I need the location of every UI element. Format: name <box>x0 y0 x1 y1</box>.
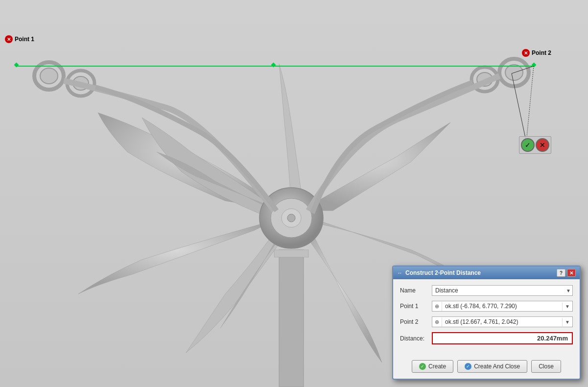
create-button[interactable]: ✓ Create <box>412 360 453 373</box>
svg-rect-4 <box>279 250 304 387</box>
viewport-confirm-button[interactable]: ✓ <box>521 138 535 152</box>
construct-2point-dialog: ↔ Construct 2-Point Distance ? ✕ Name Di… <box>392 266 581 380</box>
svg-point-13 <box>477 73 493 86</box>
svg-rect-5 <box>274 250 308 257</box>
point2-row: Point 2 ⊕ ok.stl (12.667, 4.761, 2.042) … <box>400 316 573 327</box>
create-and-close-button[interactable]: ✓ Create And Close <box>457 360 527 373</box>
svg-rect-15 <box>14 63 19 68</box>
name-select[interactable]: Distance <box>432 285 573 296</box>
point2-row-label: Point 2 <box>400 318 432 325</box>
create-and-close-label: Create And Close <box>474 363 520 370</box>
point2-select-icon: ⊕ <box>432 317 442 327</box>
point1-select-value: ok.stl (-6.784, 6.770, 7.290) <box>442 301 562 311</box>
point1-row-label: Point 1 <box>400 303 432 310</box>
svg-line-18 <box>512 66 534 73</box>
svg-line-20 <box>526 66 534 142</box>
close-button-label: Close <box>539 363 554 370</box>
point1-select-arrow[interactable]: ▼ <box>562 302 572 311</box>
svg-point-6 <box>34 62 64 90</box>
dialog-close-title-button[interactable]: ✕ <box>567 269 576 277</box>
svg-point-12 <box>471 67 498 92</box>
svg-point-8 <box>67 71 94 96</box>
viewport-cancel-button[interactable]: ✕ <box>536 138 549 152</box>
point2-label: ✕ Point 2 <box>522 49 551 57</box>
point1-row: Point 1 ⊕ ok.stl (-6.784, 6.770, 7.290) … <box>400 301 573 312</box>
point2-select-arrow[interactable]: ▼ <box>562 318 572 326</box>
svg-point-10 <box>499 59 529 86</box>
dialog-body: Name Distance ▼ Point 1 ⊕ ok.stl (-6.784… <box>393 279 580 357</box>
point1-select-icon: ⊕ <box>432 302 442 311</box>
svg-point-11 <box>505 65 523 80</box>
svg-line-19 <box>512 73 526 142</box>
svg-point-9 <box>73 76 89 90</box>
svg-point-1 <box>271 198 312 238</box>
point2-select-value: ok.stl (12.667, 4.761, 2.042) <box>442 317 562 327</box>
dialog-buttons: ✓ Create ✓ Create And Close Close <box>393 357 580 379</box>
dialog-title-arrow: ↔ <box>397 270 402 276</box>
name-row: Name Distance ▼ <box>400 285 573 296</box>
name-label: Name <box>400 287 432 294</box>
svg-point-7 <box>40 68 58 84</box>
distance-row: Distance: 20.247mm <box>400 332 573 344</box>
viewport-toolbar: ✓ ✕ <box>519 136 551 154</box>
create-and-close-icon: ✓ <box>465 363 471 370</box>
point1-select-wrap[interactable]: ⊕ ok.stl (-6.784, 6.770, 7.290) ▼ <box>432 301 573 312</box>
point2-icon: ✕ <box>522 49 530 57</box>
point1-label: ✕ Point 1 <box>5 35 34 43</box>
svg-rect-16 <box>271 63 276 68</box>
dialog-title-text: Construct 2-Point Distance <box>405 269 481 276</box>
point2-select-wrap[interactable]: ⊕ ok.stl (12.667, 4.761, 2.042) ▼ <box>432 316 573 327</box>
point1-icon: ✕ <box>5 35 13 43</box>
close-button[interactable]: Close <box>531 360 561 373</box>
svg-point-0 <box>259 188 323 248</box>
dialog-title-left: ↔ Construct 2-Point Distance <box>397 269 481 276</box>
name-input-wrap: Distance ▼ <box>432 285 573 296</box>
dialog-title-controls: ? ✕ <box>557 269 576 277</box>
create-button-icon: ✓ <box>419 363 426 370</box>
distance-value: 20.247mm <box>432 332 573 344</box>
svg-point-3 <box>287 214 295 222</box>
dialog-titlebar: ↔ Construct 2-Point Distance ? ✕ <box>393 266 580 279</box>
svg-rect-17 <box>532 63 537 68</box>
dialog-help-button[interactable]: ? <box>557 269 565 277</box>
distance-label: Distance: <box>400 335 432 342</box>
svg-point-2 <box>282 209 301 227</box>
create-button-label: Create <box>428 363 446 370</box>
